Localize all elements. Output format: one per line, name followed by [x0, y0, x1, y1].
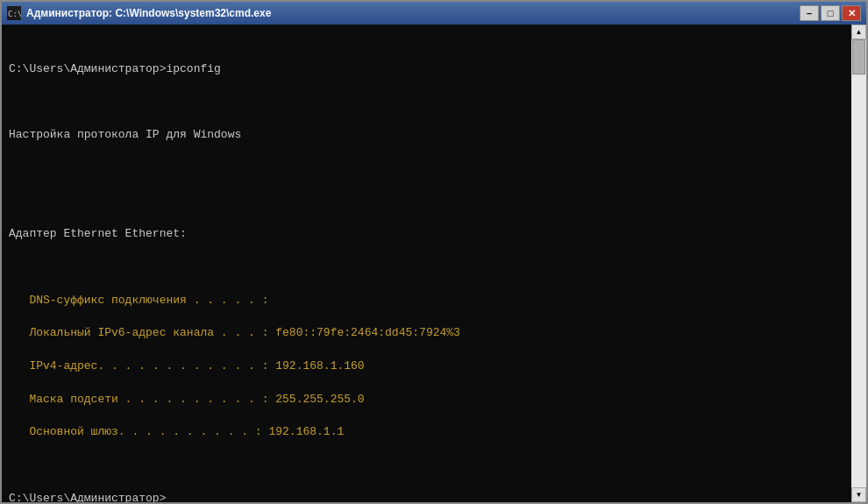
line-blank1 [9, 28, 844, 45]
scroll-up-button[interactable]: ▲ [851, 25, 866, 39]
scroll-down-button[interactable]: ▼ [851, 487, 866, 502]
minimize-button[interactable]: – [800, 5, 819, 21]
line-ipv6: Локальный IPv6-адрес канала . . . : fe80… [9, 325, 844, 342]
line-ipv4: IPv4-адрес. . . . . . . . . . . . : 192.… [9, 358, 844, 375]
window-body: C:\Users\Администратор>ipconfig Настройк… [2, 25, 866, 502]
title-bar-text: Администратор: C:\Windows\system32\cmd.e… [26, 7, 800, 19]
close-button[interactable]: ✕ [842, 5, 861, 21]
line-dns: DNS-суффикс подключения . . . . . : [9, 293, 844, 309]
line-blank6 [9, 458, 844, 474]
svg-text:C:\: C:\ [8, 10, 21, 18]
line-blank5 [9, 259, 844, 276]
title-bar: C:\ Администратор: C:\Windows\system32\c… [2, 2, 866, 25]
line-final-prompt: C:\Users\Администратор> [9, 491, 844, 502]
cmd-icon: C:\ [7, 6, 21, 20]
line-config-header: Настройка протокола IP для Windows [9, 127, 844, 144]
console-output[interactable]: C:\Users\Администратор>ipconfig Настройк… [2, 25, 851, 502]
line-adapter-header: Адаптер Ethernet Ethernet: [9, 226, 844, 243]
line-blank2 [9, 94, 844, 110]
restore-button[interactable]: □ [821, 5, 840, 21]
scrollbar: ▲ ▼ [851, 25, 866, 502]
cmd-window: C:\ Администратор: C:\Windows\system32\c… [0, 0, 868, 504]
line-gateway: Основной шлюз. . . . . . . . . . : 192.1… [9, 424, 844, 441]
line-cmd-prompt: C:\Users\Администратор>ipconfig [9, 61, 844, 78]
scrollbar-track[interactable] [851, 39, 866, 487]
title-bar-buttons: – □ ✕ [800, 5, 861, 21]
line-blank3 [9, 160, 844, 177]
line-mask: Маска подсети . . . . . . . . . . : 255.… [9, 392, 844, 408]
line-blank4 [9, 193, 844, 209]
scrollbar-thumb[interactable] [852, 39, 865, 75]
